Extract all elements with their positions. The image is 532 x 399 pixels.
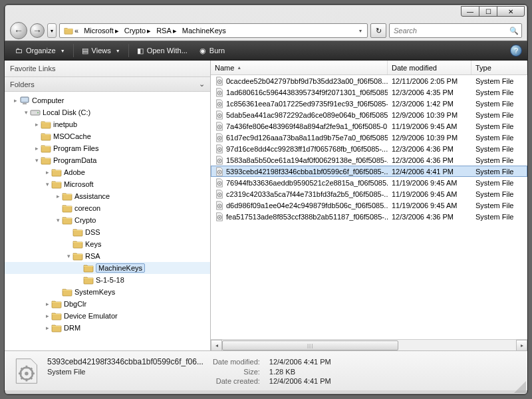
folder-tree[interactable]: ▸Computer▾Local Disk (C:)▸inetpubMSOCach… [5,92,210,350]
file-row[interactable]: 76944fb33636aeddb9590521c2e8815a_f06f508… [211,177,527,188]
tree-node[interactable]: ▸Adobe [5,166,210,178]
back-button[interactable]: ← [10,22,27,39]
breadcrumb[interactable]: MachineKeys [180,24,229,37]
expand-icon[interactable]: ▸ [43,325,51,331]
breadcrumb[interactable]: Crypto ▸ [122,24,154,37]
file-name: c2319c42033a5ca7f44e731bfd3fa2b5_f06f508… [226,190,388,198]
details-filetype: System File [47,368,203,376]
address-dropdown[interactable]: ▾ [355,28,366,34]
breadcrumb[interactable]: Microsoft ▸ [81,24,122,37]
file-date: 12/3/2006 4:36 PM [388,145,471,153]
scroll-left-button[interactable]: ◂ [211,340,222,351]
explorer-window: — ☐ ✕ ← → ▾ « Microsoft ▸ Crypto ▸ RSA ▸… [4,4,528,395]
expand-icon[interactable]: ▸ [43,301,51,307]
file-row[interactable]: 5dab5ea441ac9872292ad6ce089e064b_f06f508… [211,109,527,120]
tree-node[interactable]: ▾Microsoft [5,178,210,190]
nav-bar: ← → ▾ « Microsoft ▸ Crypto ▸ RSA ▸ Machi… [5,21,527,41]
file-row[interactable]: 0cacdee52b042797bbf9d7b35dd23a00_f06f508… [211,75,527,86]
file-row[interactable]: fea517513ade8f853ccf388b2ab51187_f06f508… [211,211,527,222]
search-icon[interactable]: 🔍 [507,27,521,35]
file-row[interactable]: 97d16ce8dd4cc99283ff1d7f065768fb_f06f508… [211,143,527,154]
burn-button[interactable]: ◉Burn [194,45,230,57]
tree-node[interactable]: ▸Program Files [5,142,210,154]
file-row[interactable]: c2319c42033a5ca7f44e731bfd3fa2b5_f06f508… [211,188,527,200]
refresh-button[interactable]: ↻ [370,23,386,38]
file-type: System File [471,179,527,187]
file-row[interactable]: 7a436fe806e483969f48a894af2fe9a1_f06f508… [211,120,527,132]
file-type-large-icon [11,356,41,386]
expand-icon[interactable]: ▾ [43,181,51,188]
nav-history-dropdown[interactable]: ▾ [47,23,57,38]
expand-icon[interactable]: ▸ [54,193,62,200]
tree-node[interactable]: ▸DbgClr [5,298,210,310]
file-row[interactable]: 1c856361eea7a017225ed9735f91ec93_f06f508… [211,98,527,109]
tree-node[interactable]: ▸inetpub [5,118,210,130]
expand-icon[interactable]: ▸ [43,313,51,319]
tree-node[interactable]: ▸Computer [5,94,210,106]
expand-icon[interactable]: ▾ [54,217,62,223]
expand-icon[interactable]: ▾ [33,157,41,164]
column-headers: Name▲ Date modified Type [211,61,527,75]
tree-node[interactable]: MachineKeys [5,262,210,274]
file-row[interactable]: 61d7ec9d126aaa73ba8a11ad9b75e7a0_f06f508… [211,132,527,143]
minimize-button[interactable]: — [461,6,479,17]
help-button[interactable]: ? [510,45,522,57]
expand-icon[interactable]: ▸ [33,121,41,128]
system-file-icon [215,212,224,221]
favorite-links-header[interactable]: Favorite Links [5,61,210,76]
file-list[interactable]: 0cacdee52b042797bbf9d7b35dd23a00_f06f508… [211,75,527,339]
file-date: 12/3/2006 4:35 PM [388,88,471,96]
tree-node[interactable]: S-1-5-18 [5,274,210,286]
tree-node[interactable]: ▸DRM [5,322,210,334]
expand-icon[interactable]: ▸ [33,145,41,152]
tree-node[interactable]: corecon [5,202,210,214]
expand-icon[interactable]: ▸ [43,169,51,176]
address-bar[interactable]: « Microsoft ▸ Crypto ▸ RSA ▸ MachineKeys… [59,23,368,38]
file-row[interactable]: 1583a8a5b50ce61a194af0f00629138e_f06f508… [211,154,527,166]
tree-node[interactable]: SystemKeys [5,286,210,298]
breadcrumb-root-icon[interactable]: « [61,24,81,37]
details-size-label: Size: [213,368,260,376]
tree-node[interactable]: ▸Assistance [5,190,210,202]
open-with-button[interactable]: ◧Open With... [132,45,193,57]
file-row[interactable]: d6d986f09a1ee04e24c949879fdb506c_f06f508… [211,200,527,211]
resize-grip[interactable] [513,380,526,393]
file-name: d6d986f09a1ee04e24c949879fdb506c_f06f508… [226,201,388,209]
close-button[interactable]: ✕ [497,6,525,17]
expand-icon[interactable]: ▾ [65,253,72,259]
tree-node[interactable]: MSOCache [5,130,210,142]
tree-label: inetpub [53,120,77,128]
forward-button[interactable]: → [30,23,45,38]
file-name: 1c856361eea7a017225ed9735f91ec93_f06f508… [226,100,388,108]
tree-node[interactable]: ▾ProgramData [5,154,210,166]
computer-icon [19,95,30,106]
search-box[interactable]: 🔍 [389,23,522,38]
navigation-pane: Favorite Links Folders⌄ ▸Computer▾Local … [5,61,211,350]
scroll-right-button[interactable]: ▸ [516,340,527,351]
file-row[interactable]: 5393cebd42198f3346cbba1bf0599c6f_f06f508… [211,166,527,177]
tree-node[interactable]: Keys [5,238,210,250]
tree-node[interactable]: DSS [5,226,210,238]
column-date[interactable]: Date modified [388,61,471,74]
tree-node[interactable]: ▾Crypto [5,214,210,226]
views-button[interactable]: ▤Views▼ [76,45,126,57]
tree-node[interactable]: ▾Local Disk (C:) [5,106,210,118]
scroll-thumb[interactable]: ||| [222,340,398,350]
tree-node[interactable]: ▾RSA [5,250,210,262]
maximize-button[interactable]: ☐ [479,6,497,17]
folder-icon [51,167,62,178]
folders-header[interactable]: Folders⌄ [5,76,210,92]
breadcrumb[interactable]: RSA ▸ [154,24,180,37]
horizontal-scrollbar[interactable]: ◂ ||| ▸ [211,339,527,350]
expand-icon[interactable]: ▾ [22,109,30,116]
file-date: 11/19/2006 9:45 AM [388,190,471,198]
organize-button[interactable]: 🗀Organize▼ [10,45,70,57]
expand-icon[interactable]: ▸ [11,97,19,104]
column-type[interactable]: Type [471,61,527,74]
tree-node[interactable]: ▸Device Emulator [5,310,210,322]
tree-label: DbgClr [64,300,86,308]
titlebar[interactable]: — ☐ ✕ [5,5,527,21]
column-name[interactable]: Name▲ [211,61,388,74]
search-input[interactable] [390,27,507,35]
file-row[interactable]: 1ad680616c5964438395734f9f2071301_f06f50… [211,86,527,98]
